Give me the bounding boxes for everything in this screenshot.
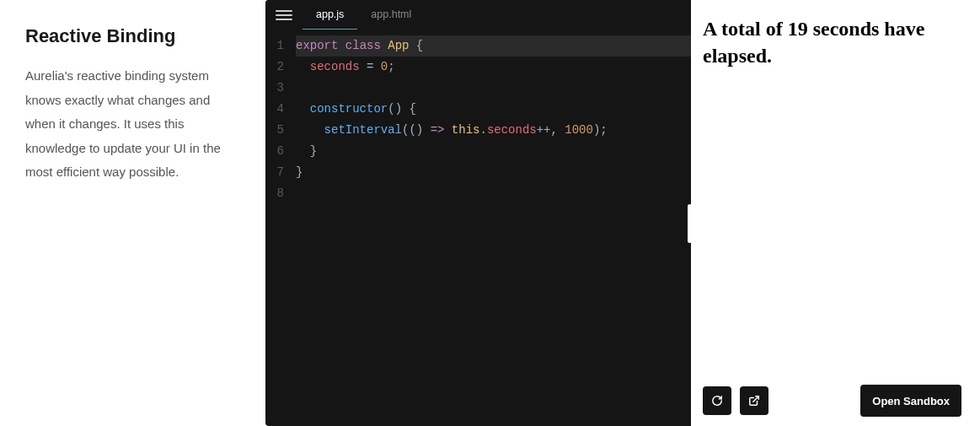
code-playground: app.js app.html 1 2 3 4 5 6 7 8 export c… — [265, 0, 973, 426]
code-line[interactable] — [296, 78, 691, 99]
open-sandbox-button[interactable]: Open Sandbox — [860, 385, 961, 417]
line-number: 5 — [265, 120, 284, 141]
code-line[interactable]: constructor() { — [296, 99, 691, 120]
svg-line-0 — [753, 396, 758, 402]
line-number: 3 — [265, 78, 284, 99]
line-number: 2 — [265, 57, 284, 78]
section-title: Reactive Binding — [25, 25, 240, 47]
external-link-icon — [748, 395, 760, 407]
code-lines[interactable]: export class App { seconds = 0; construc… — [289, 35, 691, 426]
code-editor[interactable]: 1 2 3 4 5 6 7 8 export class App { secon… — [265, 30, 691, 426]
editor-pane: app.js app.html 1 2 3 4 5 6 7 8 export c… — [265, 0, 691, 426]
refresh-button[interactable] — [703, 386, 731, 415]
code-line[interactable]: export class App { — [296, 35, 691, 57]
code-line[interactable]: } — [296, 162, 691, 183]
pane-resize-handle[interactable] — [688, 204, 692, 243]
line-gutter: 1 2 3 4 5 6 7 8 — [265, 35, 289, 426]
tab-app-js[interactable]: app.js — [303, 0, 357, 30]
code-line[interactable]: } — [296, 141, 691, 162]
preview-toolbar: Open Sandbox — [691, 375, 973, 426]
editor-header: app.js app.html — [265, 0, 691, 30]
preview-output: A total of 19 seconds have elapsed. — [691, 0, 973, 375]
output-text: A total of 19 seconds have elapsed. — [703, 15, 961, 70]
line-number: 1 — [265, 35, 284, 57]
section-description: Aurelia's reactive binding system knows … — [25, 64, 240, 185]
description-panel: Reactive Binding Aurelia's reactive bind… — [0, 0, 265, 426]
code-line[interactable]: setInterval(() => this.seconds++, 1000); — [296, 120, 691, 141]
preview-pane: A total of 19 seconds have elapsed. Open… — [691, 0, 973, 426]
line-number: 7 — [265, 162, 284, 183]
hamburger-icon[interactable] — [276, 7, 292, 24]
refresh-icon — [711, 395, 723, 407]
open-external-button[interactable] — [740, 386, 768, 415]
tab-app-html[interactable]: app.html — [357, 0, 425, 30]
line-number: 8 — [265, 183, 284, 204]
code-line[interactable]: seconds = 0; — [296, 57, 691, 78]
code-line[interactable] — [296, 183, 691, 204]
line-number: 4 — [265, 99, 284, 120]
line-number: 6 — [265, 141, 284, 162]
